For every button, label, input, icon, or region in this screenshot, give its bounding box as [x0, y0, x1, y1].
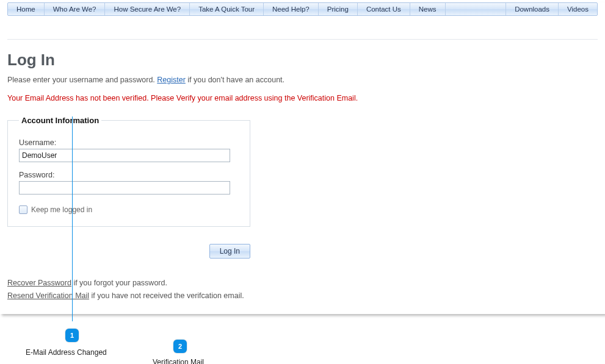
recover-password-link[interactable]: Recover Password [7, 279, 71, 287]
nav-who-are-we[interactable]: Who Are We? [45, 3, 106, 15]
footer-links: Recover Password if you forgot your pass… [7, 277, 598, 303]
error-message: Your Email Address has not been verified… [7, 94, 598, 102]
callouts-area: 1 E-Mail Address Changed 2 Verification … [0, 320, 605, 365]
callout-badge-2: 2 [173, 340, 187, 353]
separator [7, 39, 598, 40]
nav-pricing[interactable]: Pricing [319, 3, 358, 15]
resend-suffix: if you have not received the verifcation… [89, 291, 244, 300]
nav-quick-tour[interactable]: Take A Quick Tour [190, 3, 264, 15]
nav-downloads[interactable]: Downloads [506, 3, 559, 15]
password-label: Password: [19, 171, 239, 179]
intro-text: Please enter your username and password.… [7, 76, 598, 84]
page-title: Log In [7, 51, 598, 70]
callout-label-2: Verification Mail [153, 358, 204, 365]
nav-spacer [446, 3, 507, 15]
nav-videos[interactable]: Videos [559, 3, 597, 15]
keep-logged-in-label: Keep me logged in [31, 205, 92, 214]
account-fieldset: Account Information Username: Password: … [7, 116, 250, 227]
password-input[interactable] [19, 181, 230, 194]
resend-verification-link[interactable]: Resend Verification Mail [7, 291, 89, 300]
keep-logged-in-checkbox[interactable] [19, 205, 27, 214]
callout-label-1: E-Mail Address Changed [26, 348, 107, 357]
register-link[interactable]: Register [157, 76, 186, 84]
nav-contact-us[interactable]: Contact Us [358, 3, 410, 15]
login-button[interactable]: Log In [209, 244, 250, 259]
username-label: Username: [19, 138, 239, 147]
username-input[interactable] [19, 149, 230, 162]
recover-suffix: if you forgot your password. [71, 279, 167, 287]
nav-home[interactable]: Home [8, 3, 45, 15]
top-nav: Home Who Are We? How Secure Are We? Take… [7, 2, 598, 16]
intro-suffix: if you don't have an account. [186, 76, 284, 84]
callout-badge-1: 1 [65, 329, 79, 342]
nav-news[interactable]: News [410, 3, 446, 15]
fieldset-legend: Account Information [19, 116, 101, 125]
main-panel: Home Who Are We? How Secure Are We? Take… [0, 2, 605, 314]
intro-prefix: Please enter your username and password. [7, 76, 157, 84]
nav-need-help[interactable]: Need Help? [264, 3, 319, 15]
callout-connector-line [72, 116, 73, 321]
nav-how-secure[interactable]: How Secure Are We? [105, 3, 190, 15]
